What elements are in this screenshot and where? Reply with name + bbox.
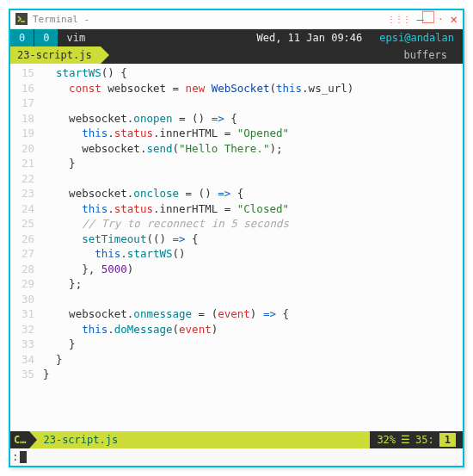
- line-number: 20: [10, 141, 43, 157]
- code-editor[interactable]: 15 startWS() {16 const websocket = new W…: [10, 64, 463, 431]
- line-number: 30: [10, 292, 43, 307]
- separator-icon: ·: [438, 13, 444, 26]
- line-number: 23: [10, 186, 43, 201]
- code-content[interactable]: websocket.send("Hello There.");: [43, 141, 463, 157]
- code-line[interactable]: 27 this.startWS(): [10, 246, 463, 262]
- window-controls: ⋮⋮⋮ — ⃞ · ✕: [387, 11, 458, 28]
- code-content[interactable]: this.status.innerHTML = "Closed": [43, 201, 463, 217]
- code-content[interactable]: websocket.onmessage = (event) => {: [43, 306, 463, 322]
- status-line: 35:: [415, 433, 434, 448]
- line-number: 26: [10, 232, 43, 247]
- code-content[interactable]: [43, 292, 463, 307]
- tab-active[interactable]: 23-script.js: [10, 46, 101, 64]
- lines-icon: ☰: [401, 433, 410, 448]
- code-content[interactable]: const websocket = new WebSocket(this.ws_…: [43, 81, 463, 96]
- code-line[interactable]: 17: [10, 96, 463, 111]
- titlebar: Terminal - ⋮⋮⋮ — ⃞ · ✕: [10, 10, 463, 29]
- line-number: 28: [10, 262, 43, 277]
- session-number[interactable]: 0: [10, 29, 34, 46]
- line-number: 24: [10, 201, 43, 217]
- line-number: 17: [10, 96, 43, 111]
- line-number: 22: [10, 171, 43, 187]
- code-line[interactable]: 20 websocket.send("Hello There.");: [10, 141, 463, 157]
- code-line[interactable]: 19 this.status.innerHTML = "Opened": [10, 126, 463, 141]
- code-content[interactable]: };: [43, 276, 463, 292]
- code-content[interactable]: [43, 96, 463, 111]
- mode-indicator: C…: [10, 431, 29, 448]
- line-number: 19: [10, 126, 43, 141]
- window-title: Terminal -: [33, 13, 89, 26]
- code-line[interactable]: 15 startWS() {: [10, 65, 463, 81]
- line-number: 35: [10, 367, 43, 382]
- vim-statusbar: C… 23-script.js 32% ☰ 35: 1: [10, 431, 463, 448]
- line-number: 32: [10, 322, 43, 337]
- code-content[interactable]: [43, 171, 463, 187]
- line-number: 21: [10, 156, 43, 171]
- status-position: 32% ☰ 35: 1: [370, 431, 463, 448]
- window-number[interactable]: 0: [34, 29, 58, 46]
- tmux-statusbar: 0 0 vim Wed, 11 Jan 09:46 epsi@andalan: [10, 29, 463, 46]
- code-content[interactable]: startWS() {: [43, 65, 463, 81]
- code-content[interactable]: }: [43, 337, 463, 352]
- code-line[interactable]: 31 websocket.onmessage = (event) => {: [10, 306, 463, 322]
- code-line[interactable]: 18 websocket.onopen = () => {: [10, 111, 463, 127]
- line-number: 25: [10, 216, 43, 232]
- close-button[interactable]: ✕: [451, 11, 458, 28]
- datetime: Wed, 11 Jan 09:46: [248, 29, 371, 46]
- status-percent: 32%: [377, 433, 396, 448]
- vim-tabbar: 23-script.js buffers: [10, 46, 463, 64]
- code-line[interactable]: 22: [10, 171, 463, 187]
- line-number: 16: [10, 81, 43, 96]
- code-content[interactable]: setTimeout(() => {: [43, 232, 463, 247]
- code-content[interactable]: websocket.onopen = () => {: [43, 111, 463, 127]
- code-line[interactable]: 26 setTimeout(() => {: [10, 232, 463, 247]
- code-line[interactable]: 35}: [10, 367, 463, 382]
- tab-buffers[interactable]: buffers: [101, 46, 463, 64]
- code-content[interactable]: }, 5000): [43, 262, 463, 277]
- line-number: 33: [10, 337, 43, 352]
- code-line[interactable]: 23 websocket.onclose = () => {: [10, 186, 463, 201]
- code-line[interactable]: 24 this.status.innerHTML = "Closed": [10, 201, 463, 217]
- line-number: 31: [10, 306, 43, 322]
- cursor-icon: [20, 451, 27, 463]
- code-content[interactable]: websocket.onclose = () => {: [43, 186, 463, 201]
- code-line[interactable]: 28 }, 5000): [10, 262, 463, 277]
- code-line[interactable]: 32 this.doMessage(event): [10, 322, 463, 337]
- code-line[interactable]: 16 const websocket = new WebSocket(this.…: [10, 81, 463, 96]
- code-line[interactable]: 29 };: [10, 276, 463, 292]
- code-content[interactable]: // Try to reconnect in 5 seconds: [43, 216, 463, 232]
- window-dots-icon: ⋮⋮⋮: [387, 14, 410, 26]
- line-number: 34: [10, 352, 43, 368]
- code-line[interactable]: 33 }: [10, 337, 463, 352]
- line-number: 15: [10, 65, 43, 81]
- titlebar-left: Terminal -: [15, 13, 89, 26]
- command-line[interactable]: :: [10, 448, 463, 466]
- code-content[interactable]: this.startWS(): [43, 246, 463, 262]
- code-content[interactable]: }: [43, 352, 463, 368]
- code-content[interactable]: this.doMessage(event): [43, 322, 463, 337]
- cmd-prompt: :: [12, 449, 19, 465]
- user-host: epsi@andalan: [371, 29, 463, 46]
- line-number: 27: [10, 246, 43, 262]
- code-content[interactable]: }: [43, 156, 463, 171]
- terminal-app-icon[interactable]: [15, 13, 28, 25]
- app-name: vim: [58, 29, 94, 46]
- terminal-window: Terminal - ⋮⋮⋮ — ⃞ · ✕ 0 0 vim Wed, 11 J…: [9, 9, 464, 467]
- code-line[interactable]: 25 // Try to reconnect in 5 seconds: [10, 216, 463, 232]
- code-content[interactable]: this.status.innerHTML = "Opened": [43, 126, 463, 141]
- line-number: 29: [10, 276, 43, 292]
- code-content[interactable]: }: [43, 367, 463, 382]
- code-line[interactable]: 21 }: [10, 156, 463, 171]
- minimize-button[interactable]: —: [417, 11, 424, 28]
- code-line[interactable]: 34 }: [10, 352, 463, 368]
- line-number: 18: [10, 111, 43, 127]
- status-col: 1: [439, 433, 456, 448]
- status-filename: 23-script.js: [29, 431, 118, 448]
- code-line[interactable]: 30: [10, 292, 463, 307]
